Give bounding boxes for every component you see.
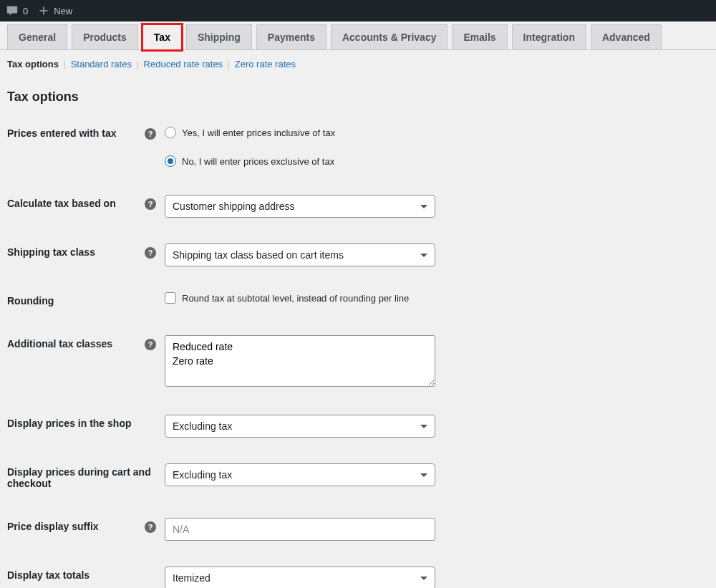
tab-shipping[interactable]: Shipping <box>186 24 252 49</box>
textarea-additional-tax-classes[interactable] <box>165 335 435 387</box>
label-display-tax-totals: Display tax totals <box>7 554 165 588</box>
radio-prices-no-label: No, I will enter prices exclusive of tax <box>182 156 334 167</box>
tab-products[interactable]: Products <box>72 24 138 49</box>
tab-payments[interactable]: Payments <box>256 24 326 49</box>
new-item[interactable]: New <box>38 5 72 16</box>
tab-general[interactable]: General <box>7 24 67 49</box>
tab-tax[interactable]: Tax <box>142 24 182 50</box>
subnav-zero-rate-rates[interactable]: Zero rate rates <box>235 59 296 69</box>
subnav: Tax options | Standard rates | Reduced r… <box>0 50 716 77</box>
checkbox-rounding[interactable] <box>165 292 176 304</box>
input-price-display-suffix[interactable] <box>165 518 435 541</box>
help-icon[interactable]: ? <box>145 198 156 210</box>
help-icon[interactable]: ? <box>145 247 156 259</box>
label-shipping-tax-class: Shipping tax class ? <box>7 231 165 279</box>
label-additional-tax-classes: Additional tax classes ? <box>7 322 165 402</box>
nav-tabs: General Products Tax Shipping Payments A… <box>0 21 716 50</box>
admin-bar: 0 New <box>0 0 716 21</box>
help-icon[interactable]: ? <box>145 339 156 350</box>
help-icon[interactable]: ? <box>145 521 156 533</box>
label-prices-entered: Prices entered with tax ? <box>7 112 165 182</box>
select-display-prices-cart[interactable]: Excluding tax <box>165 463 435 486</box>
subnav-standard-rates[interactable]: Standard rates <box>71 59 132 69</box>
label-price-display-suffix: Price display suffix ? <box>7 505 165 554</box>
subnav-reduced-rate-rates[interactable]: Reduced rate rates <box>144 59 223 69</box>
label-display-prices-cart: Display prices during cart and checkout <box>7 450 165 505</box>
select-display-tax-totals[interactable]: Itemized <box>165 567 435 588</box>
help-icon[interactable]: ? <box>145 128 156 140</box>
comment-icon <box>6 4 19 17</box>
select-display-prices-shop[interactable]: Excluding tax <box>165 415 435 438</box>
select-calculate-tax[interactable]: Customer shipping address <box>165 195 435 218</box>
subnav-current: Tax options <box>7 59 59 69</box>
label-calculate-tax: Calculate tax based on ? <box>7 182 165 231</box>
radio-prices-yes-label: Yes, I will enter prices inclusive of ta… <box>182 127 335 138</box>
tab-accounts-privacy[interactable]: Accounts & Privacy <box>331 24 448 49</box>
comments-item[interactable]: 0 <box>6 4 28 17</box>
plus-icon <box>38 5 49 16</box>
radio-prices-no[interactable] <box>165 155 176 167</box>
checkbox-rounding-label: Round tax at subtotal level, instead of … <box>182 293 409 304</box>
radio-prices-yes[interactable] <box>165 127 176 138</box>
label-rounding: Rounding <box>7 279 165 322</box>
new-label: New <box>54 6 72 16</box>
select-shipping-tax-class[interactable]: Shipping tax class based on cart items <box>165 244 435 266</box>
comments-count: 0 <box>23 6 28 16</box>
content: Tax options Prices entered with tax ? Ye… <box>0 77 716 588</box>
section-title: Tax options <box>7 77 709 112</box>
tab-integration[interactable]: Integration <box>512 24 586 49</box>
form-table: Prices entered with tax ? Yes, I will en… <box>7 112 709 588</box>
label-display-prices-shop: Display prices in the shop <box>7 402 165 450</box>
tab-emails[interactable]: Emails <box>452 24 507 49</box>
tab-advanced[interactable]: Advanced <box>591 24 662 49</box>
